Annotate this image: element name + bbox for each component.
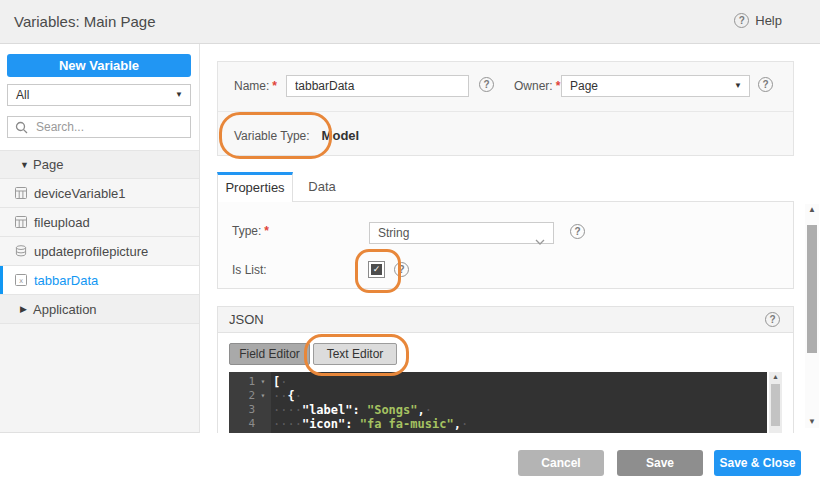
field-editor-button[interactable]: Field Editor — [229, 343, 310, 365]
dialog-header: Variables: Main Page ? Help — [0, 0, 820, 44]
main-scrollbar-thumb[interactable] — [807, 225, 817, 353]
fold-arrow-icon — [255, 417, 271, 431]
owner-help-icon[interactable]: ? — [758, 77, 773, 92]
type-label: Type:* — [232, 224, 269, 238]
device-variable-icon — [15, 187, 28, 199]
line-number: 4 — [229, 417, 255, 431]
save-and-close-button[interactable]: Save & Close — [714, 450, 801, 476]
is-list-label: Is List: — [232, 263, 267, 277]
tree-group-label: Page — [33, 157, 63, 172]
variable-type-label: Variable Type: — [234, 129, 310, 143]
code-line: 4 ····"icon": "fa fa-music",· — [229, 417, 767, 431]
is-list-checkbox[interactable]: ✓ — [368, 261, 385, 278]
scroll-up-icon[interactable]: ▲ — [805, 204, 819, 216]
search-icon — [15, 121, 28, 134]
json-panel: JSON ? Field Editor Text Editor 1 ▾ [· 2… — [217, 306, 794, 433]
type-select[interactable]: String — [369, 222, 554, 244]
tree-group-label: Application — [33, 302, 97, 317]
tree-item-label: fileupload — [34, 215, 90, 230]
required-mark: * — [264, 224, 269, 238]
sidebar: New Variable All ▼ ▼ Page deviceVariable… — [0, 44, 200, 433]
divider — [218, 111, 793, 112]
tree-item-label: updateprofilepicture — [34, 244, 148, 259]
line-number: 3 — [229, 403, 255, 417]
search-input[interactable] — [34, 119, 178, 135]
search-box[interactable] — [7, 116, 191, 138]
help-label: Help — [755, 13, 782, 28]
variable-filter-value: All — [16, 88, 29, 102]
caret-down-icon: ▼ — [734, 76, 742, 96]
tree-item-tabbardata[interactable]: x tabbarData — [0, 266, 199, 295]
tree-item-devicevariable1[interactable]: deviceVariable1 — [0, 179, 199, 208]
json-code-editor[interactable]: 1 ▾ [· 2 ▾ ··{· 3 ····"label": "Songs",·… — [229, 372, 767, 433]
owner-label: Owner:* — [514, 79, 560, 93]
tree-item-label: tabbarData — [34, 273, 98, 288]
page-title: Variables: Main Page — [14, 13, 155, 30]
text-editor-button[interactable]: Text Editor — [313, 343, 397, 365]
code-line: 2 ▾ ··{· — [229, 389, 767, 403]
tree-item-fileupload[interactable]: fileupload — [0, 208, 199, 237]
json-help-icon[interactable]: ? — [765, 312, 780, 327]
svg-text:x: x — [19, 277, 23, 285]
scroll-up-icon[interactable]: ▲ — [769, 372, 782, 382]
tree-empty-area — [0, 324, 199, 433]
tree-group-page[interactable]: ▼ Page — [0, 150, 199, 179]
json-title: JSON — [229, 307, 264, 333]
help-link[interactable]: ? Help — [734, 13, 782, 28]
new-variable-button[interactable]: New Variable — [7, 54, 191, 77]
owner-select[interactable]: Page ▼ — [561, 75, 750, 97]
properties-panel: Type:* String ? Is List: ✓ ? — [217, 201, 794, 289]
required-mark: * — [272, 79, 277, 93]
line-number: 2 — [229, 389, 255, 403]
tree-group-application[interactable]: ▶ Application — [0, 295, 199, 324]
service-variable-icon — [15, 245, 28, 257]
tab-properties[interactable]: Properties — [217, 172, 293, 202]
name-label: Name:* — [234, 79, 277, 93]
cancel-button[interactable]: Cancel — [518, 450, 604, 476]
chevron-down-icon — [535, 231, 545, 251]
device-variable-icon — [15, 216, 28, 228]
tab-data[interactable]: Data — [300, 172, 344, 201]
line-number: 1 — [229, 375, 255, 389]
model-variable-icon: x — [15, 274, 28, 286]
owner-select-value: Page — [570, 79, 598, 93]
name-input[interactable] — [286, 75, 469, 97]
variable-type-value: Model — [322, 128, 360, 143]
name-help-icon[interactable]: ? — [479, 77, 494, 92]
editor-scrollbar-thumb[interactable] — [771, 384, 780, 426]
required-mark: * — [556, 79, 561, 93]
code-line: 3 ····"label": "Songs",· — [229, 403, 767, 417]
code-line: 1 ▾ [· — [229, 375, 767, 389]
scroll-down-icon[interactable]: ▼ — [805, 416, 819, 428]
tree-item-label: deviceVariable1 — [34, 186, 126, 201]
variables-dialog: Variables: Main Page ? Help New Variable… — [0, 0, 820, 487]
main-scrollbar[interactable]: ▲ ▼ — [805, 204, 819, 428]
check-icon: ✓ — [371, 264, 382, 275]
variable-summary-panel: Name:* ? Owner:* Page ▼ ? Variable Type:… — [217, 61, 794, 156]
variable-type-row: Variable Type:Model — [234, 128, 359, 143]
fold-arrow-icon — [255, 403, 271, 417]
editor-scrollbar[interactable]: ▲ — [769, 372, 782, 433]
json-panel-header: JSON ? — [218, 307, 793, 333]
type-select-value: String — [378, 226, 409, 240]
is-list-help-icon[interactable]: ? — [394, 262, 409, 277]
fold-arrow-icon[interactable]: ▾ — [255, 375, 271, 389]
variable-filter-select[interactable]: All ▼ — [7, 84, 191, 106]
triangle-right-icon: ▶ — [20, 304, 33, 314]
caret-down-icon: ▼ — [175, 85, 183, 105]
triangle-down-icon: ▼ — [20, 160, 33, 170]
type-help-icon[interactable]: ? — [570, 224, 585, 239]
tree-item-updateprofilepicture[interactable]: updateprofilepicture — [0, 237, 199, 266]
fold-arrow-icon[interactable]: ▾ — [255, 389, 271, 403]
save-button[interactable]: Save — [617, 450, 703, 476]
help-icon: ? — [734, 13, 749, 28]
